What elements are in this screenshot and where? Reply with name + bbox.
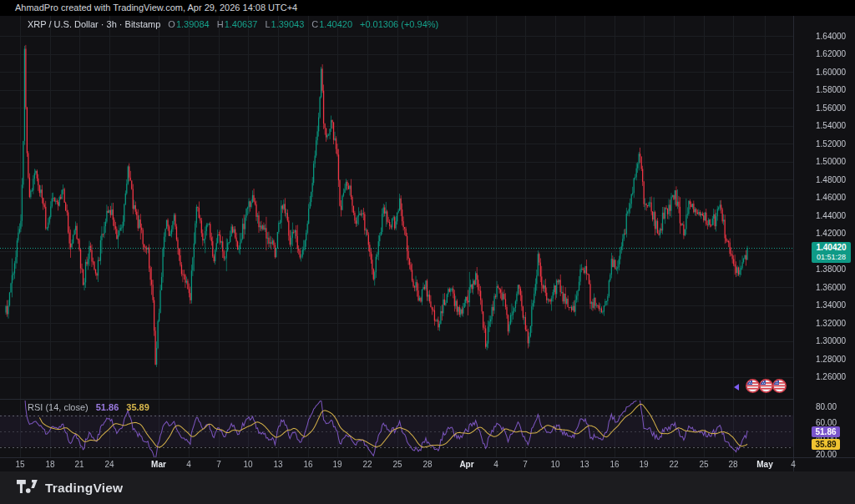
rsi-axis-label: 20.00 [816, 450, 837, 459]
us-flag-sticker[interactable] [746, 379, 760, 393]
time-axis-label: 25 [392, 460, 402, 469]
high-label: H [217, 19, 224, 29]
price-axis-label: 1.56000 [816, 103, 846, 113]
rsi-axis-label: 80.00 [816, 402, 837, 411]
us-flag-sticker[interactable] [759, 379, 773, 393]
last-price-badge: 1.40420 01:51:28 [812, 242, 851, 263]
open-value: 1.39084 [176, 19, 210, 29]
time-axis-label: Mar [151, 460, 166, 469]
close-label: C [311, 19, 318, 29]
open-label: O [168, 19, 175, 29]
price-axis-label: 1.62000 [816, 49, 846, 58]
high-value: 1.40637 [225, 19, 258, 29]
price-axis-label: 1.36000 [816, 283, 846, 292]
price-axis-label: 1.26000 [816, 372, 846, 381]
time-axis-label: 10 [550, 460, 559, 469]
time-axis-label: 4 [186, 460, 191, 469]
rsi-title: RSI (14, close) [28, 402, 89, 412]
bottom-bar: TradingView [0, 471, 855, 504]
time-axis-label: 22 [362, 460, 372, 469]
rsi-ma-value: 35.89 [126, 402, 149, 412]
time-axis-label: May [756, 460, 772, 469]
time-axis-label: 7 [523, 460, 528, 469]
sticker-cursor-arrow-icon [734, 384, 739, 391]
price-axis-label: 1.32000 [816, 319, 846, 328]
time-axis-label: 15 [15, 460, 24, 469]
time-axis-label: 10 [243, 460, 252, 469]
price-axis-label: 1.44000 [816, 211, 846, 220]
price-axis-label: 1.52000 [816, 139, 846, 149]
symbol-title: XRP / U.S. Dollar · 3h · Bitstamp [28, 19, 160, 29]
bar-countdown: 01:51:28 [812, 253, 851, 262]
price-axis-label: 1.46000 [816, 193, 846, 202]
price-axis-label: 1.48000 [816, 175, 846, 184]
candlestick-chart-canvas[interactable] [0, 0, 855, 471]
price-axis-label: 1.54000 [816, 121, 846, 130]
price-axis-label: 1.60000 [816, 68, 846, 77]
low-value: 1.39043 [271, 19, 305, 29]
price-axis-label: 1.38000 [816, 265, 846, 274]
time-axis-label: 25 [699, 460, 708, 469]
time-axis-label: 24 [104, 460, 114, 469]
us-flag-sticker[interactable] [772, 379, 787, 393]
time-axis-label: 16 [610, 460, 619, 469]
price-axis-label: 1.42000 [816, 229, 846, 238]
low-label: L [265, 19, 270, 29]
rsi-value-badge: 51.86 [812, 426, 840, 437]
price-axis-label: 1.64000 [816, 32, 846, 41]
flag-stickers-group[interactable] [734, 378, 789, 395]
time-axis-label: 7 [216, 460, 221, 469]
time-axis-label: 13 [579, 460, 589, 469]
rsi-legend[interactable]: RSI (14, close) 51.86 35.89 [28, 402, 149, 412]
time-axis-label: 28 [422, 460, 432, 469]
symbol-legend[interactable]: XRP / U.S. Dollar · 3h · Bitstamp O1.390… [28, 19, 438, 29]
last-price-value: 1.40420 [812, 242, 851, 253]
close-value: 1.40420 [319, 19, 352, 29]
price-axis-label: 1.58000 [816, 85, 846, 94]
time-axis-label: 19 [332, 460, 341, 469]
time-axis-label: 13 [273, 460, 282, 469]
time-axis-label: 4 [791, 460, 796, 469]
change-value: +0.01306 (+0.94%) [360, 19, 438, 29]
price-axis-label: 1.34000 [816, 300, 846, 310]
rsi-value: 51.86 [96, 402, 119, 412]
tradingview-snapshot: AhmadPro created with TradingView.com, A… [0, 0, 855, 504]
time-axis-label: 4 [493, 460, 498, 469]
price-axis-label: 1.50000 [816, 157, 846, 166]
time-axis-label: 16 [303, 460, 312, 469]
rsi-ma-value-badge: 35.89 [812, 439, 840, 450]
price-axis-label: 1.30000 [816, 336, 846, 345]
price-axis-label: 1.28000 [816, 355, 846, 364]
tradingview-wordmark[interactable]: TradingView [45, 481, 123, 496]
time-axis-label: 22 [669, 460, 678, 469]
time-axis-label: 18 [45, 460, 54, 469]
tradingview-logo-icon[interactable] [17, 480, 38, 496]
time-axis-label: 19 [639, 460, 648, 469]
time-axis-label: Apr [459, 460, 473, 469]
time-axis-label: 28 [728, 460, 737, 469]
time-axis-label: 21 [74, 460, 83, 469]
